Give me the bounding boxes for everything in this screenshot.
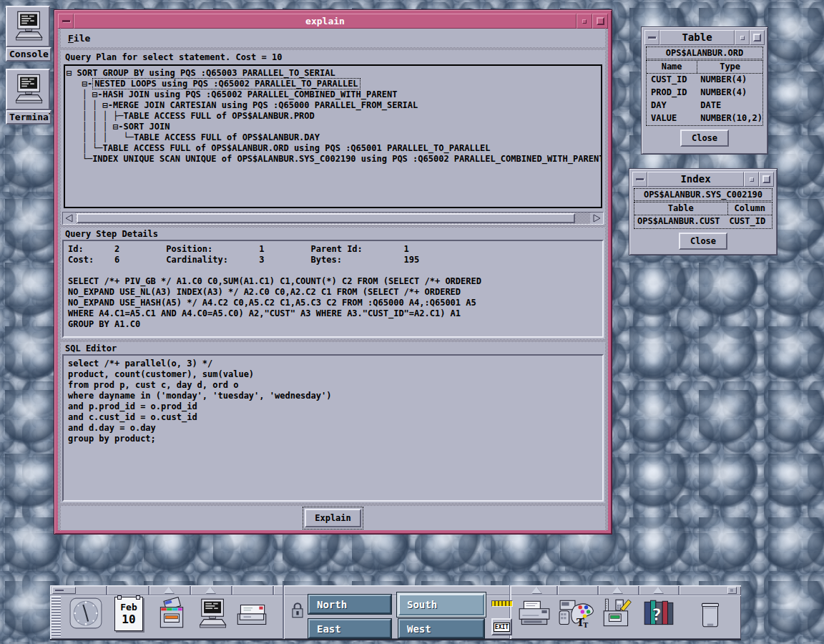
query-plan-header: Query Plan for select statement. Cost = … [65,52,282,62]
file-manager-icon[interactable] [154,597,189,634]
panel-grip-handle[interactable] [52,596,61,637]
tree-node[interactable]: │ │ ⊟-MERGE JOIN CARTESIAN using PQS :Q6… [67,100,599,111]
menu-file[interactable]: File [68,33,90,44]
table-row: VALUE NUMBER(10,2) [647,112,762,125]
header-table: Table [634,203,728,215]
trash-icon[interactable] [694,597,727,634]
tree-node-selected[interactable]: ⊟-NESTED LOOPS using PQS :Q65002 PARALLE… [67,79,599,89]
scroll-left-arrow[interactable] [63,213,76,224]
terminal-icon[interactable] [6,69,50,110]
tree-node[interactable]: │ │ │ ├─TABLE ACCESS FULL of OPS$ALANBUR… [67,111,599,122]
maximize-button[interactable] [592,14,608,29]
table-window-title: Table [659,30,735,45]
desktop: { "desktop": { "icons": [ { "label": "Co… [0,0,824,644]
mail-icon[interactable] [233,597,270,634]
minimize-button[interactable] [735,30,750,45]
close-button[interactable]: Close [680,130,729,147]
panel-divider [556,586,558,595]
maximize-icon [597,17,604,25]
workspace-button-south[interactable]: South [398,594,484,615]
explain-window: explain File Query Plan for select state… [54,10,612,534]
minimize-button[interactable] [744,172,759,187]
panel-divider [190,586,191,595]
minimize-icon [750,177,754,182]
explain-window-body: File Query Plan for select statement. Co… [58,29,608,530]
maximize-icon [762,175,770,183]
minimize-icon [740,36,745,40]
activity-indicator [491,600,513,607]
tree-node[interactable]: └─INDEX UNIQUE SCAN UNIQUE of OPS$ALANBU… [67,154,599,165]
calendar-clip [117,595,122,600]
front-panel: Feb 10 [50,585,741,639]
applications-icon[interactable] [599,597,635,634]
tree-node[interactable]: │ │ │ └─TABLE ACCESS FULL of OPS$ALANBUR… [67,132,599,143]
subpanel-arrow-hosts[interactable] [205,587,215,593]
window-menu-icon [636,178,644,180]
close-button-bar: Close [645,127,764,150]
scrollbar-track[interactable] [76,213,590,224]
workspace-button-east[interactable]: East [308,619,391,638]
tree-node[interactable]: │ │ │ ⊟-SORT JOIN [67,122,599,132]
panel-divider [678,586,680,595]
panel-menu-icon [730,589,733,592]
terminal-icon-label[interactable]: Terminal [6,110,52,125]
header-type: Type [697,61,762,73]
button-pane: Explain [61,506,605,530]
menubar: File [61,29,605,47]
console-icon-label[interactable]: Console [6,47,52,62]
header-column: Column [728,203,772,215]
explain-button[interactable]: Explain [305,509,361,527]
workspace-button-north[interactable]: North [308,595,391,614]
workspace-switcher: North South East West EXIT [283,585,511,639]
tree-hscrollbar[interactable] [62,212,604,225]
window-menu-button[interactable] [58,14,74,29]
calendar-icon[interactable]: Feb 10 [114,597,143,631]
index-titlebar[interactable]: Index [632,172,774,187]
index-window: Index OPS$ALANBUR.SYS_C002190 Table Colu… [629,169,777,255]
subpanel-arrow-help[interactable] [653,587,663,593]
scrollbar-thumb[interactable] [77,213,575,223]
window-menu-icon [62,20,70,22]
window-menu-button[interactable] [644,30,659,45]
maximize-button[interactable] [750,30,765,45]
sql-editor-text[interactable]: select /*+ parallel(o, 3) */ product, co… [62,354,604,502]
lock-icon[interactable] [290,601,305,623]
subpanel-arrow-printers[interactable] [531,587,541,593]
calendar-day: 10 [115,613,142,626]
exit-button[interactable]: EXIT [491,618,512,635]
table-titlebar[interactable]: Table [644,30,765,45]
index-object-name: OPS$ALANBUR.SYS_C002190 [634,188,772,201]
panel-divider [231,586,232,595]
workstation-icon [11,72,45,107]
subpanel-arrow-files[interactable] [164,587,174,593]
close-button[interactable]: Close [679,233,727,250]
maximize-button[interactable] [759,172,774,187]
help-icon[interactable]: ? [641,597,677,634]
columns-table-header: Name Type [647,61,762,74]
console-icon[interactable] [6,6,50,47]
minimize-icon [55,590,64,591]
style-manager-icon[interactable]: T T [558,597,595,634]
table-object-name: OPS$ALANBUR.ORD [646,47,763,59]
tree-node[interactable]: │ ⊟-HASH JOIN using PQS :Q65002 PARALLEL… [67,89,599,100]
query-step-details-pane: Query Step Details Id: 2 Position: 1 Par… [61,228,605,339]
panel-menu-button[interactable] [727,587,737,594]
panel-divider [273,586,274,595]
panel-divider [148,586,149,595]
explain-titlebar[interactable]: explain [58,14,608,29]
clock-icon[interactable] [69,597,103,633]
scroll-right-arrow[interactable] [590,213,603,224]
window-menu-button[interactable] [632,172,647,187]
tree-node[interactable]: ⊟ SORT GROUP BY using PQS :Q65003 PARALL… [67,68,599,79]
panel-minimize-button[interactable] [52,587,76,594]
subpanel-arrow-applications[interactable] [612,587,622,593]
printer-icon[interactable] [516,597,552,634]
minimize-button[interactable] [577,14,592,29]
terminal-icon[interactable] [195,597,229,634]
workspace-button-west[interactable]: West [398,619,484,638]
header-name: Name [647,61,697,73]
close-button-bar: Close [633,230,773,253]
maximize-icon [753,34,761,42]
calendar-month: Feb [115,602,142,613]
tree-node[interactable]: │ └─TABLE ACCESS FULL of OPS$ALANBUR.ORD… [67,143,599,154]
